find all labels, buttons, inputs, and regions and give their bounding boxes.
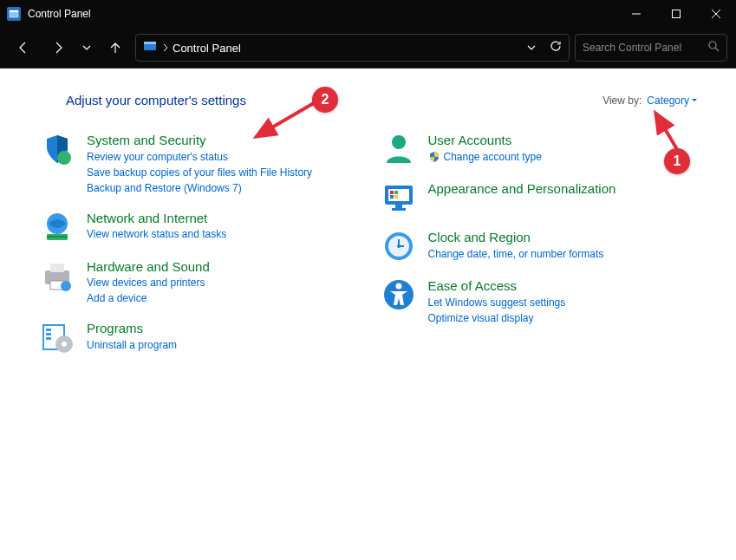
svg-point-8 [709,42,716,49]
forward-button[interactable] [43,33,73,62]
svg-rect-1 [10,10,18,12]
chevron-down-icon [691,97,698,104]
category-link[interactable]: Uninstall a program [87,337,361,353]
search-icon [708,40,720,55]
svg-rect-27 [390,191,394,194]
category-link[interactable]: Review your computer's status [87,149,361,165]
address-crumb[interactable]: Control Panel [173,42,241,55]
svg-point-23 [62,342,67,347]
navigation-bar: Control Panel [0,28,736,68]
svg-rect-7 [144,42,156,44]
search-box[interactable] [575,34,727,62]
chevron-right-icon [162,43,169,52]
address-icon [143,39,157,56]
user-icon [381,132,416,166]
category-title[interactable]: Appearance and Personalization [428,180,702,198]
maximize-button[interactable] [656,0,696,28]
category-column-left: System and Security Review your computer… [40,132,361,355]
category-link[interactable]: Add a device [87,290,361,306]
shield-icon [40,132,75,166]
refresh-button[interactable] [550,40,562,55]
svg-point-37 [397,244,401,248]
svg-rect-20 [46,333,51,335]
svg-line-9 [715,48,719,51]
svg-rect-28 [394,191,398,194]
category-network-internet: Network and Internet View network status… [40,210,361,244]
svg-rect-19 [46,329,51,331]
close-button[interactable] [696,0,736,28]
titlebar: Control Panel [0,0,736,28]
up-button[interactable] [101,33,130,62]
category-title[interactable]: Ease of Access [428,277,702,295]
svg-rect-15 [50,264,64,272]
category-link[interactable]: Save backup copies of your files with Fi… [87,165,361,180]
address-bar[interactable]: Control Panel [135,34,570,62]
category-title[interactable]: Network and Internet [87,210,361,227]
viewby-label: View by: [602,94,642,107]
category-link[interactable]: Change date, time, or number formats [428,246,702,262]
annotation-marker-2: 2 [312,87,338,113]
svg-rect-21 [46,337,51,340]
category-column-right: User Accounts Change account type Appear… [381,132,702,355]
svg-rect-31 [395,205,402,208]
category-link[interactable]: Optimize visual display [428,310,702,326]
category-system-security: System and Security Review your computer… [40,132,361,196]
category-title[interactable]: Hardware and Sound [87,258,361,276]
address-dropdown-button[interactable] [527,40,536,55]
window-title: Control Panel [28,8,91,20]
category-appearance: Appearance and Personalization [381,180,702,215]
printer-icon [40,258,75,293]
search-input[interactable] [583,42,720,54]
category-title[interactable]: System and Security [87,132,361,149]
category-hardware-sound: Hardware and Sound View devices and prin… [40,258,361,307]
svg-point-17 [61,281,71,291]
svg-point-24 [392,135,406,149]
category-link[interactable]: View network status and tasks [87,226,361,242]
clock-icon [381,229,416,264]
category-link[interactable]: Backup and Restore (Windows 7) [87,180,361,196]
category-title[interactable]: Clock and Region [428,229,702,246]
category-title[interactable]: Programs [87,320,361,337]
globe-icon [40,210,75,244]
svg-rect-30 [394,195,398,199]
recent-locations-button[interactable] [78,33,95,62]
accessibility-icon [381,277,416,312]
back-button[interactable] [9,33,38,62]
minimize-button[interactable] [616,0,656,28]
svg-rect-3 [673,10,681,18]
category-link[interactable]: View devices and printers [87,275,361,290]
svg-point-39 [395,283,401,290]
category-programs: Programs Uninstall a program [40,320,361,355]
category-ease-of-access: Ease of Access Let Windows suggest setti… [381,277,702,326]
category-clock-region: Clock and Region Change date, time, or n… [381,229,702,264]
category-link[interactable]: Let Windows suggest settings [428,295,702,310]
annotation-marker-1: 1 [664,148,690,174]
viewby-value: Category [647,94,689,107]
category-link[interactable]: Change account type [444,149,542,165]
window-icon [7,7,21,21]
category-title[interactable]: User Accounts [428,132,702,149]
programs-icon [40,320,75,355]
svg-rect-32 [392,208,406,211]
svg-rect-13 [47,236,68,238]
monitor-icon [381,180,416,215]
svg-point-10 [57,151,71,165]
content-area: Adjust your computer's settings View by:… [0,68,736,560]
category-user-accounts: User Accounts Change account type [381,132,702,166]
uac-shield-icon [428,151,440,163]
svg-rect-29 [390,195,394,199]
page-title: Adjust your computer's settings [66,93,246,107]
viewby-dropdown[interactable]: Category [647,94,698,107]
